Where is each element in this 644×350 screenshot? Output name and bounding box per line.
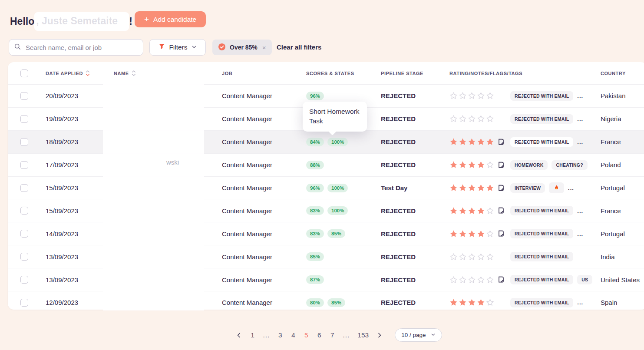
row-checkbox[interactable] [20, 276, 28, 284]
star-empty-icon[interactable] [477, 253, 485, 261]
filters-button[interactable]: Filters [149, 39, 206, 56]
page-size-select[interactable]: 10 / page [395, 328, 442, 342]
star-filled-icon[interactable] [459, 230, 467, 238]
star-empty-icon[interactable] [486, 276, 494, 284]
star-empty-icon[interactable] [449, 115, 458, 123]
star-empty-icon[interactable] [477, 276, 485, 284]
row-checkbox[interactable] [20, 230, 28, 238]
pagination-page-4[interactable]: 4 [291, 331, 296, 339]
star-empty-icon[interactable] [486, 230, 494, 238]
star-empty-icon[interactable] [477, 92, 485, 100]
star-rating[interactable] [449, 230, 494, 238]
star-empty-icon[interactable] [468, 92, 476, 100]
score-badge: 96% [306, 184, 324, 192]
star-filled-icon[interactable] [468, 138, 476, 146]
pagination-page-7[interactable]: 7 [330, 331, 335, 339]
clear-all-filters-link[interactable]: Clear all filters [277, 43, 321, 51]
star-rating[interactable] [449, 161, 494, 169]
star-empty-icon[interactable] [449, 276, 458, 284]
star-empty-icon[interactable] [486, 207, 494, 215]
star-filled-icon[interactable] [468, 298, 476, 307]
star-filled-icon[interactable] [449, 138, 458, 146]
star-rating[interactable] [449, 184, 494, 192]
note-icon[interactable] [497, 276, 505, 284]
row-checkbox[interactable] [20, 115, 28, 123]
pagination-prev-icon[interactable] [236, 332, 242, 338]
row-checkbox[interactable] [20, 253, 28, 261]
star-filled-icon[interactable] [477, 207, 485, 215]
star-filled-icon[interactable] [459, 184, 467, 192]
note-icon[interactable] [497, 161, 505, 169]
pagination-page-5[interactable]: 5 [304, 331, 309, 339]
star-filled-icon[interactable] [486, 138, 494, 146]
star-rating[interactable] [449, 138, 494, 146]
star-rating[interactable] [449, 276, 494, 284]
note-icon[interactable] [497, 207, 505, 215]
star-empty-icon[interactable] [468, 253, 476, 261]
note-icon[interactable] [497, 138, 505, 146]
star-filled-icon[interactable] [459, 298, 467, 307]
star-filled-icon[interactable] [477, 138, 485, 146]
search-input[interactable] [25, 43, 138, 52]
star-filled-icon[interactable] [449, 184, 458, 192]
score-badge: 83% [306, 229, 324, 238]
tag-pill: REJECTED WITH EMAIL [510, 206, 573, 215]
pagination-page-6[interactable]: 6 [317, 331, 322, 339]
star-filled-icon[interactable] [477, 161, 485, 169]
select-all-checkbox[interactable] [20, 69, 28, 77]
pagination-page-3[interactable]: 3 [277, 331, 283, 339]
star-filled-icon[interactable] [468, 184, 476, 192]
star-empty-icon[interactable] [486, 92, 494, 100]
remove-filter-icon[interactable]: × [262, 44, 266, 51]
star-filled-icon[interactable] [459, 161, 467, 169]
star-empty-icon[interactable] [486, 161, 494, 169]
star-filled-icon[interactable] [459, 138, 467, 146]
row-checkbox[interactable] [20, 138, 28, 146]
star-empty-icon[interactable] [459, 92, 467, 100]
star-empty-icon[interactable] [449, 92, 458, 100]
tag-list: INTERVIEW... [510, 182, 574, 193]
pagination-next-icon[interactable] [376, 332, 383, 338]
star-filled-icon[interactable] [468, 230, 476, 238]
pagination-page-1[interactable]: 1 [250, 331, 255, 339]
star-filled-icon[interactable] [459, 207, 467, 215]
row-checkbox[interactable] [20, 207, 28, 215]
star-filled-icon[interactable] [477, 230, 485, 238]
star-filled-icon[interactable] [486, 184, 494, 192]
row-checkbox[interactable] [20, 161, 28, 169]
note-icon[interactable] [497, 184, 505, 192]
star-empty-icon[interactable] [459, 253, 467, 261]
row-checkbox[interactable] [20, 184, 28, 192]
star-empty-icon[interactable] [468, 276, 476, 284]
star-empty-icon[interactable] [486, 115, 494, 123]
star-filled-icon[interactable] [449, 298, 458, 307]
filter-chip-over-85[interactable]: Over 85% × [212, 40, 272, 55]
row-checkbox[interactable] [20, 299, 28, 307]
star-empty-icon[interactable] [449, 253, 458, 261]
row-checkbox[interactable] [20, 92, 28, 100]
star-filled-icon[interactable] [477, 298, 485, 307]
star-empty-icon[interactable] [477, 115, 485, 123]
column-header-name[interactable]: NAME [114, 69, 136, 77]
star-rating[interactable] [449, 298, 494, 307]
star-empty-icon[interactable] [459, 276, 467, 284]
note-icon[interactable] [497, 230, 505, 238]
column-header-date-applied[interactable]: DATE APPLIED [46, 69, 90, 77]
star-rating[interactable] [449, 115, 494, 123]
star-filled-icon[interactable] [449, 230, 458, 238]
star-empty-icon[interactable] [486, 253, 494, 261]
star-filled-icon[interactable] [468, 207, 476, 215]
star-filled-icon[interactable] [477, 184, 485, 192]
add-candidate-button[interactable]: + Add candidate [135, 11, 206, 27]
star-empty-icon[interactable] [486, 298, 494, 307]
star-filled-icon[interactable] [468, 161, 476, 169]
star-rating[interactable] [449, 253, 494, 261]
star-rating[interactable] [449, 92, 494, 100]
star-empty-icon[interactable] [468, 115, 476, 123]
star-rating[interactable] [449, 207, 494, 215]
star-filled-icon[interactable] [449, 207, 458, 215]
pagination-page-153[interactable]: 153 [357, 331, 369, 339]
star-empty-icon[interactable] [459, 115, 467, 123]
star-filled-icon[interactable] [449, 161, 458, 169]
search-input-wrapper[interactable] [9, 39, 143, 56]
